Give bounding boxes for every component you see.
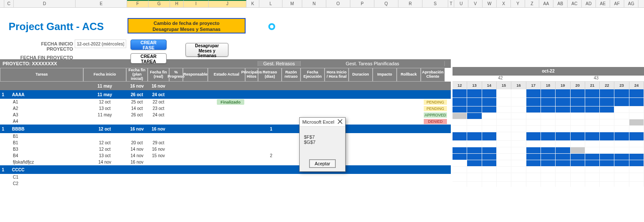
gantt-row	[453, 89, 644, 98]
gantt-day-17[interactable]: 17	[526, 82, 541, 89]
col-AC[interactable]: AC	[568, 0, 582, 7]
col-I[interactable]: I	[184, 0, 209, 7]
col-J[interactable]: J	[209, 0, 246, 7]
hdr-aprob: Aprobación Cliente	[421, 68, 445, 82]
task-row[interactable]: fjlskañdfjcz14 nov16 nov	[0, 159, 451, 165]
msgbox-body: $F$7 $G$7	[300, 127, 345, 157]
col-Q[interactable]: Q	[374, 0, 398, 7]
col-N[interactable]: N	[302, 0, 326, 7]
hdr-hora: Hora Inicio / Hora final	[325, 68, 349, 82]
col-V[interactable]: V	[468, 0, 483, 7]
gantt-row	[453, 141, 644, 147]
col-AA[interactable]: AA	[539, 0, 553, 7]
gantt-chart: oct-22 4243 12131415161718192021222324	[453, 67, 644, 187]
col-X[interactable]: X	[497, 0, 511, 7]
gantt-row	[453, 160, 644, 167]
desagrupar-button[interactable]: Desagrupar Meses y Semanas	[185, 43, 228, 57]
col-P[interactable]: P	[350, 0, 374, 7]
task-row[interactable]: C2	[0, 180, 451, 187]
gantt-row	[453, 167, 644, 173]
col-AG[interactable]: AG	[624, 0, 638, 7]
col-Y[interactable]: Y	[511, 0, 525, 7]
fecha-inicio-input[interactable]	[75, 40, 126, 48]
phase-row[interactable]: 11 may16 nov16 nov	[0, 82, 451, 90]
gantt-row	[453, 173, 644, 182]
col-F[interactable]: F	[127, 0, 149, 7]
gantt-row	[453, 132, 644, 141]
crear-tarea-button[interactable]: CREAR TAREA	[131, 53, 167, 64]
phase-row[interactable]: 1AAAA11 may26 oct24 oct	[0, 90, 451, 99]
gantt-day-24[interactable]: 24	[629, 82, 644, 89]
col-D[interactable]: D	[14, 0, 76, 7]
task-row[interactable]: B1	[0, 133, 451, 140]
task-row[interactable]: A112 oct25 oct22 octFinalizadoPENDING	[0, 99, 451, 105]
task-row[interactable]: A4 DENIED	[0, 118, 451, 125]
hdr-retraso-dias: Retraso (días)	[258, 68, 282, 82]
gantt-month: oct-22	[453, 67, 644, 76]
gantt-day-21[interactable]: 21	[585, 82, 600, 89]
gantt-row	[453, 119, 644, 126]
task-row[interactable]: A213 oct14 oct23 oct PENDING	[0, 105, 451, 112]
col-S[interactable]: S	[422, 0, 448, 7]
phase-row[interactable]: 1CCCC	[0, 165, 451, 174]
col-U[interactable]: U	[454, 0, 468, 7]
task-grid: 11 may16 nov16 nov1AAAA11 may26 oct24 oc…	[0, 82, 451, 187]
task-row[interactable]: B312 oct14 nov16 nov	[0, 146, 451, 152]
col-AF[interactable]: AF	[610, 0, 624, 7]
gantt-row	[453, 182, 644, 187]
gantt-day-22[interactable]: 22	[600, 82, 614, 89]
gantt-row	[453, 154, 644, 160]
col-Z[interactable]: Z	[525, 0, 539, 7]
column-headers: Tareas Fecha inicio Fecha fin (plan inic…	[0, 68, 451, 82]
gest-planif-header: Gest. Tareas Planificadas	[301, 61, 445, 66]
col-W[interactable]: W	[483, 0, 497, 7]
gantt-day-16[interactable]: 16	[511, 82, 526, 89]
gantt-days: 12131415161718192021222324	[453, 82, 644, 89]
gantt-day-14[interactable]: 14	[482, 82, 497, 89]
col-AB[interactable]: AB	[553, 0, 568, 7]
gantt-day-13[interactable]: 13	[467, 82, 482, 89]
hdr-fecha-fin-plan: Fecha fin (plan inicial)	[126, 68, 148, 82]
gantt-day-15[interactable]: 15	[497, 82, 511, 89]
col-T[interactable]: T	[448, 0, 454, 7]
close-icon[interactable]	[337, 119, 343, 125]
gantt-day-20[interactable]: 20	[571, 82, 585, 89]
task-row[interactable]: A311 may26 oct24 oct APPROVED	[0, 112, 451, 118]
msgbox-ok-button[interactable]: Aceptar	[309, 159, 336, 168]
hdr-fecha-fin-real: Fecha fin (real)	[148, 68, 169, 82]
gantt-day-18[interactable]: 18	[541, 82, 556, 89]
hdr-responsable: Responsable	[183, 68, 208, 82]
gantt-row	[453, 126, 644, 132]
hdr-hitos: Principales Hitos	[245, 68, 258, 82]
project-label: PROYECTO: XXXXXXXX	[0, 61, 258, 66]
phase-row[interactable]: 1BBBB12 oct16 nov16 nov1	[0, 125, 451, 133]
col-R[interactable]: R	[398, 0, 422, 7]
hdr-duracion: Duracion	[349, 68, 373, 82]
column-ruler: CDEFGHIJKLMNOPQRSTUVWXYZAAABACADAEAFAG	[0, 0, 644, 8]
gantt-day-19[interactable]: 19	[556, 82, 570, 89]
col-H[interactable]: H	[170, 0, 184, 7]
project-date-change-button[interactable]: Cambio de fecha de proyecto Desagrupar M…	[128, 18, 246, 33]
col-AE[interactable]: AE	[596, 0, 610, 7]
hdr-progreso: % Progreso	[169, 68, 183, 82]
label-fecha-fin: FECHA FIN PROYECTO	[15, 55, 73, 60]
task-row[interactable]: C1	[0, 174, 451, 180]
gantt-day-12[interactable]: 12	[453, 82, 467, 89]
task-row[interactable]: B112 oct20 oct29 oct	[0, 140, 451, 146]
gantt-day-23[interactable]: 23	[614, 82, 629, 89]
top-panel: Project Gantt - ACS Cambio de fecha de p…	[0, 8, 644, 59]
col-AD[interactable]: AD	[582, 0, 596, 7]
col-E[interactable]: E	[76, 0, 127, 7]
col-L[interactable]: L	[259, 0, 283, 7]
col-C[interactable]: C	[4, 0, 14, 7]
msgbox-titlebar: Microsoft Excel	[300, 118, 345, 127]
task-row[interactable]: B413 oct14 nov15 nov 2	[0, 152, 451, 159]
spinner-icon	[268, 23, 275, 30]
col-O[interactable]: O	[326, 0, 350, 7]
col-M[interactable]: M	[283, 0, 302, 7]
col-G[interactable]: G	[149, 0, 170, 7]
crear-fase-button[interactable]: CREAR FASE	[131, 40, 167, 50]
gantt-row	[453, 98, 644, 106]
col-gutter[interactable]	[0, 0, 4, 7]
col-K[interactable]: K	[246, 0, 259, 7]
